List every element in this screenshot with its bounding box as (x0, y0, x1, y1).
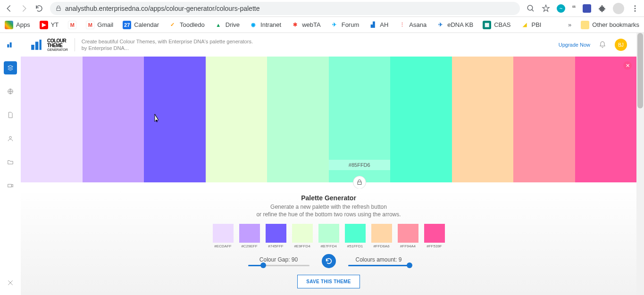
palette-swatch-2[interactable] (144, 57, 206, 182)
scrollbar-thumb[interactable] (637, 33, 643, 108)
sidebar-item-folder[interactable] (4, 156, 17, 169)
mini-palette: #ECDAFF#C29EFF#745FFF#E9FFD4#B7FFD4#51FF… (213, 224, 445, 248)
app-logo-icon (30, 39, 42, 51)
mini-swatch-1[interactable]: #C29EFF (239, 224, 260, 248)
refresh-button[interactable] (322, 254, 336, 268)
profile-avatar[interactable] (613, 3, 624, 14)
mini-chip (213, 224, 234, 243)
bookmark-intranet[interactable]: ◉Intranet (249, 21, 281, 29)
palette-swatch-0[interactable] (21, 57, 83, 182)
ext-2-icon[interactable]: ❝ (572, 4, 576, 13)
mini-chip (266, 224, 286, 243)
url-text: analysthub.enterprisedna.co/apps/colour-… (65, 5, 514, 12)
reload-button[interactable] (35, 4, 43, 13)
bookmark-forum[interactable]: ✈Forum (330, 21, 360, 29)
zoom-icon[interactable] (527, 4, 535, 13)
controls-row: Colour Gap: 90 Colours amount: 9 (248, 254, 410, 268)
mini-chip (371, 224, 392, 243)
user-avatar[interactable]: BJ (615, 39, 627, 51)
colours-amount-slider[interactable] (348, 265, 410, 266)
bookmark-pbi[interactable]: ◢PBI (520, 21, 542, 29)
upgrade-link[interactable]: Upgrade Now (559, 42, 590, 48)
bookmark-cbas[interactable]: ▦CBAS (483, 21, 510, 29)
bookmark-gmail1[interactable]: M (68, 21, 76, 29)
extension-icons: ~ ❝ (527, 3, 639, 14)
ext-1-icon[interactable]: ~ (557, 4, 565, 13)
bookmark-apps[interactable]: Apps (5, 21, 30, 29)
other-bookmarks[interactable]: Other bookmarks (581, 21, 639, 29)
palette-swatch-6[interactable] (390, 57, 452, 182)
sidebar-item-home[interactable] (4, 38, 17, 51)
mini-hex-label: #FF94A4 (400, 244, 416, 248)
bookmarks-bar: Apps ▶YT M MGmail 27Calendar ✓Toodledo ▲… (0, 17, 644, 33)
svg-rect-11 (8, 184, 12, 187)
svg-point-3 (635, 10, 636, 11)
mini-hex-label: #C29EFF (241, 244, 257, 248)
menu-icon[interactable] (631, 4, 639, 13)
palette-swatch-3[interactable] (206, 57, 268, 182)
mini-chip (318, 224, 339, 243)
colour-gap-slider[interactable] (248, 265, 309, 266)
svg-rect-5 (35, 42, 39, 50)
colour-gap-control: Colour Gap: 90 (248, 256, 309, 266)
palette-swatch-8[interactable] (513, 57, 575, 182)
svg-point-2 (635, 8, 636, 9)
sidebar-item-video[interactable] (4, 179, 17, 192)
mini-swatch-7[interactable]: #FF94A4 (398, 224, 418, 248)
bookmark-ednakb[interactable]: ✈eDNA KB (436, 21, 473, 29)
mini-hex-label: #FFD6A6 (373, 244, 389, 248)
mini-swatch-6[interactable]: #FFD6A6 (371, 224, 392, 248)
save-theme-button[interactable]: SAVE THIS THEME (297, 275, 360, 288)
colour-gap-label: Colour Gap: 90 (259, 256, 298, 263)
bookmark-drive[interactable]: ▲Drive (214, 21, 240, 29)
divider (75, 38, 75, 51)
palette-swatch-1[interactable] (83, 57, 144, 182)
notifications-icon[interactable] (599, 41, 606, 49)
mini-swatch-2[interactable]: #745FFF (266, 224, 286, 248)
palette-swatch-4[interactable] (267, 57, 329, 182)
bookmark-webta[interactable]: ✱webTA (291, 21, 321, 29)
bookmarks-overflow[interactable]: » (568, 21, 571, 28)
lock-icon (56, 6, 61, 11)
close-icon[interactable]: ✕ (623, 61, 632, 70)
sidebar-item-palette[interactable] (4, 61, 17, 74)
extensions-icon[interactable] (598, 4, 606, 13)
sidebar-item-file[interactable] (4, 108, 17, 122)
sidebar-item-profile[interactable] (4, 132, 17, 145)
browser-toolbar: analysthub.enterprisedna.co/apps/colour-… (0, 0, 644, 17)
mini-hex-label: #ECDAFF (214, 244, 231, 248)
star-icon[interactable] (542, 4, 550, 13)
palette-swatch-7[interactable] (452, 57, 514, 182)
generator-panel: Palette Generator Generate a new palette… (21, 188, 636, 295)
lock-icon[interactable] (353, 176, 366, 189)
bookmark-asana[interactable]: ⋮Asana (398, 21, 427, 29)
sidebar-item-settings[interactable] (4, 276, 17, 289)
mini-swatch-8[interactable]: #FF539F (424, 224, 445, 248)
mini-hex-label: #E9FFD4 (294, 244, 310, 248)
forward-button[interactable] (20, 4, 28, 13)
mini-swatch-4[interactable]: #B7FFD4 (318, 224, 339, 248)
bookmark-toodledo[interactable]: ✓Toodledo (168, 21, 205, 29)
svg-point-10 (9, 136, 12, 139)
app-header: COLOUR THEME GENERATOR Create beautiful … (21, 33, 636, 57)
palette-swatch-5[interactable]: #85FFD6 (329, 57, 391, 182)
mini-hex-label: #B7FFD4 (320, 244, 336, 248)
scrollbar[interactable] (636, 33, 644, 295)
mini-swatch-3[interactable]: #E9FFD4 (292, 224, 313, 248)
address-bar[interactable]: analysthub.enterprisedna.co/apps/colour-… (50, 2, 520, 15)
bookmark-gmail2[interactable]: MGmail (86, 21, 113, 29)
brand-logo: COLOUR THEME GENERATOR (47, 39, 68, 51)
bookmark-ah[interactable]: ▟AH (368, 21, 388, 29)
svg-rect-8 (10, 42, 12, 48)
mini-hex-label: #745FFF (268, 244, 283, 248)
sidebar-item-globe[interactable] (4, 85, 17, 98)
mini-swatch-5[interactable]: #51FFD1 (345, 224, 366, 248)
palette-swatch-9[interactable] (575, 57, 637, 182)
bookmark-calendar[interactable]: 27Calendar (123, 21, 159, 29)
bookmark-yt[interactable]: ▶YT (40, 21, 59, 29)
tagline: Create beautiful Colour Themes, with Ent… (82, 38, 253, 52)
back-button[interactable] (5, 4, 13, 13)
swatch-hex-label: #85FFD6 (329, 160, 391, 170)
mini-swatch-0[interactable]: #ECDAFF (213, 224, 234, 248)
ext-3-icon[interactable] (583, 4, 591, 13)
